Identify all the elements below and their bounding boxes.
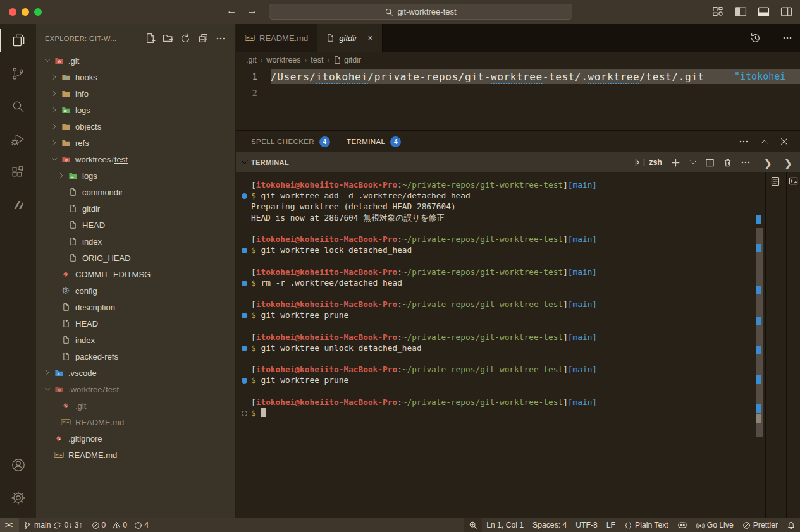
activity-bar-source-control[interactable] (0, 57, 36, 90)
tree-item-gitdir[interactable]: gitdir (36, 200, 235, 217)
more-actions-icon[interactable] (782, 33, 792, 43)
panel-tab-spell-checker[interactable]: SPELL CHECKER4 (251, 131, 330, 152)
tree-item-packed-refs[interactable]: packed-refs (36, 348, 235, 365)
breadcrumb-item[interactable]: gitdir (344, 56, 361, 64)
terminal-split-pane[interactable] (786, 172, 800, 519)
chevron-right-icon[interactable] (42, 368, 52, 378)
minimize-window-button[interactable] (22, 8, 29, 16)
more-actions-icon[interactable] (215, 33, 226, 44)
statusbar-language-mode[interactable]: Plain Text (620, 518, 673, 532)
statusbar-notifications[interactable] (782, 518, 800, 532)
activity-bar-accounts[interactable] (0, 449, 36, 481)
tab-gitdir[interactable]: gitdir× (317, 24, 382, 52)
tree-item-commit_editmsg[interactable]: COMMIT_EDITMSG (36, 266, 235, 282)
tree-item-git[interactable]: .git (36, 397, 235, 414)
terminal-split-pane[interactable] (765, 172, 786, 519)
branch-status[interactable]: main 0↓ 3↑ (19, 518, 87, 532)
statusbar-indentation[interactable]: Spaces: 4 (528, 518, 571, 532)
tree-item-objects[interactable]: objects (36, 118, 235, 135)
tree-item-readme.md[interactable]: README.md (36, 414, 235, 430)
toggle-secondary-sidebar-icon[interactable] (780, 5, 792, 18)
chevron-down-icon[interactable] (241, 159, 249, 166)
more-actions-icon[interactable] (741, 157, 751, 167)
chevron-down-icon[interactable] (42, 384, 52, 394)
command-decoration[interactable] (242, 313, 247, 318)
activity-bar-run-debug[interactable] (0, 123, 36, 155)
statusbar-go-live[interactable]: Go Live (692, 518, 738, 532)
editor-line[interactable]: 1/Users/itokohei/private-repos/git-workt… (236, 68, 800, 85)
terminal[interactable]: [itokohei@koheiito-MacBook-Pro:~/private… (236, 172, 765, 519)
tree-item-head[interactable]: HEAD (36, 217, 235, 233)
statusbar-copilot[interactable] (673, 518, 692, 532)
statusbar-eol[interactable]: LF (602, 518, 620, 532)
chevron-down-icon[interactable] (49, 154, 59, 164)
command-decoration[interactable] (242, 411, 247, 416)
tree-item-head[interactable]: HEAD (36, 315, 235, 332)
command-decoration[interactable] (242, 346, 247, 351)
tree-item-orig_head[interactable]: ORIG_HEAD (36, 250, 235, 266)
chevron-right-icon[interactable] (49, 88, 59, 99)
tree-item-gitignore[interactable]: .gitignore (36, 430, 235, 447)
panel-tab-terminal[interactable]: TERMINAL4 (347, 131, 401, 152)
tree-item-description[interactable]: description (36, 299, 235, 315)
breadcrumb[interactable]: .git›worktrees›test›gitdir (236, 52, 800, 68)
tree-item-worktrees[interactable]: worktrees/test (36, 151, 235, 167)
tree-item-vscode[interactable]: .vscode (36, 365, 235, 381)
kill-terminal-icon[interactable] (723, 158, 732, 167)
command-decoration[interactable] (242, 193, 247, 199)
chevron-right-icon[interactable] (49, 138, 59, 148)
editor-line[interactable]: 2 (236, 85, 800, 101)
chevron-down-icon[interactable] (689, 159, 697, 166)
statusbar-prettier[interactable]: Prettier (738, 518, 782, 532)
breadcrumb-item[interactable]: test (311, 56, 323, 64)
activity-bar-search[interactable] (0, 90, 36, 123)
remote-indicator[interactable]: >< (0, 518, 19, 532)
close-window-button[interactable] (9, 8, 16, 16)
chevron-right-icon[interactable]: ❯ (764, 157, 772, 169)
tree-item-readme.md[interactable]: README.md (36, 447, 235, 463)
editor-content[interactable]: 1/Users/itokohei/private-repos/git-workt… (236, 68, 800, 130)
layout-customize-icon[interactable] (711, 5, 724, 18)
forward-button[interactable]: → (247, 4, 257, 17)
more-actions-icon[interactable] (739, 136, 749, 147)
close-icon[interactable] (780, 137, 789, 146)
chevron-right-icon[interactable] (49, 72, 59, 82)
tree-item-worktree[interactable]: .worktree/test (36, 381, 235, 397)
tree-item-commondir[interactable]: commondir (36, 184, 235, 200)
new-file-icon[interactable] (144, 33, 156, 44)
split-icon[interactable] (705, 158, 715, 167)
tree-item-info[interactable]: info (36, 85, 235, 102)
refresh-icon[interactable] (180, 33, 191, 44)
activity-bar-settings[interactable] (0, 481, 36, 514)
chevron-down-icon[interactable] (42, 56, 52, 66)
zoom-window-button[interactable] (34, 8, 42, 16)
tree-item-index[interactable]: index (36, 233, 235, 250)
command-decoration[interactable] (242, 248, 247, 253)
tab-readme.md[interactable]: README.md (236, 24, 317, 52)
tree-item-git[interactable]: .git (36, 52, 235, 69)
statusbar-encoding[interactable]: UTF-8 (571, 518, 602, 532)
chevron-right-icon[interactable]: ❯ (784, 157, 792, 169)
statusbar-cursor-position[interactable]: Ln 1, Col 1 (482, 518, 528, 532)
breadcrumb-item[interactable]: worktrees (266, 56, 300, 64)
close-tab-button[interactable]: × (367, 33, 372, 43)
toggle-sidebar-icon[interactable] (734, 5, 747, 18)
new-terminal-icon[interactable] (670, 157, 681, 168)
command-decoration[interactable] (242, 378, 247, 384)
activity-bar-live-server[interactable] (0, 188, 36, 221)
new-folder-icon[interactable] (162, 33, 173, 44)
chevron-right-icon[interactable] (56, 171, 66, 181)
command-center-search[interactable]: git-worktree-test (269, 4, 572, 20)
toggle-panel-icon[interactable] (757, 5, 770, 18)
tree-item-logs[interactable]: logs (36, 102, 235, 118)
breadcrumb-item[interactable]: .git (246, 56, 257, 64)
problems-status[interactable]: 004 (87, 518, 157, 532)
chevron-right-icon[interactable] (49, 121, 59, 131)
shell-indicator[interactable]: zsh (635, 157, 662, 167)
chevron-right-icon[interactable] (49, 105, 59, 115)
history-icon[interactable] (750, 33, 761, 44)
tree-item-config[interactable]: config (36, 282, 235, 299)
statusbar-zoom-indicator[interactable] (464, 518, 482, 532)
tree-item-hooks[interactable]: hooks (36, 69, 235, 85)
activity-bar-extensions[interactable] (0, 155, 36, 188)
